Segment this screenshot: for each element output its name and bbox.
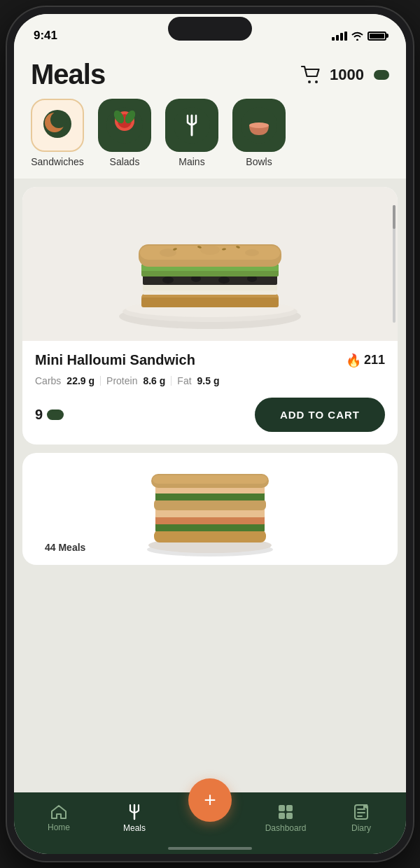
phone-screen: 9:41 <box>14 14 406 854</box>
meals-nav-icon <box>127 804 142 820</box>
svg-point-26 <box>218 276 230 284</box>
phone-frame: 9:41 <box>7 7 413 861</box>
header: Meals 1000 <box>14 48 406 99</box>
points-value-1: 9 <box>35 407 43 423</box>
main-content: Meals 1000 <box>14 48 406 792</box>
cart-icon <box>300 65 323 85</box>
scrollbar-track[interactable] <box>393 205 396 322</box>
fat-label: Fat <box>177 375 191 386</box>
meal-info-1: Mini Halloumi Sandwich 🔥 211 Carbs 22.9 … <box>22 341 398 444</box>
svg-point-15 <box>249 122 269 128</box>
macros-row-1: Carbs 22.9 g Protein 8.6 g Fat 9.5 g <box>35 375 385 386</box>
nav-dashboard-label: Dashboard <box>265 823 307 833</box>
macro-divider-1 <box>100 376 101 386</box>
dynamic-island <box>168 17 252 41</box>
coin-small-1 <box>47 410 64 420</box>
meals-count-badge: 44 Meals <box>35 538 95 556</box>
bowls-label: Bowls <box>246 156 272 167</box>
macro-divider-2 <box>171 376 172 386</box>
carbs-label: Carbs <box>35 375 61 386</box>
meal-title-row-1: Mini Halloumi Sandwich 🔥 211 <box>35 352 385 368</box>
meal-calories-1: 🔥 211 <box>346 353 385 368</box>
protein-value-1: 8.6 g <box>143 375 165 386</box>
nav-home[interactable]: Home <box>21 804 97 832</box>
add-to-cart-button-1[interactable]: ADD TO CART <box>255 398 385 432</box>
signal-icon <box>332 31 347 41</box>
nav-diary-label: Diary <box>351 823 371 833</box>
category-bowls[interactable]: Bowls <box>232 99 286 167</box>
home-indicator <box>168 847 252 850</box>
nav-meals[interactable]: Meals <box>97 804 172 833</box>
meals-count-text: 44 Meals <box>45 542 85 553</box>
fat-value-1: 9.5 g <box>197 375 220 386</box>
mains-icon-bg <box>165 99 218 152</box>
salads-icon-bg <box>98 99 151 152</box>
salad-icon <box>106 107 143 144</box>
salads-label: Salads <box>110 156 140 167</box>
status-icons <box>332 31 386 41</box>
meal-image-1 <box>22 187 398 341</box>
category-sandwiches[interactable]: Sandwiches <box>31 99 84 167</box>
svg-rect-41 <box>154 530 266 542</box>
bottom-nav: Home Meals + <box>14 792 406 854</box>
meal-name-1: Mini Halloumi Sandwich <box>35 352 195 368</box>
status-time: 9:41 <box>34 29 57 43</box>
flame-icon: 🔥 <box>346 353 361 368</box>
svg-rect-22 <box>143 285 277 290</box>
meals-list: Mini Halloumi Sandwich 🔥 211 Carbs 22.9 … <box>14 178 406 792</box>
svg-point-24 <box>162 276 174 284</box>
meal-card-2: 44 Meals <box>22 453 398 565</box>
svg-point-1 <box>315 80 318 83</box>
fab-button[interactable]: + <box>188 778 232 822</box>
points-display-1: 9 <box>35 407 64 423</box>
carbs-value-1: 22.9 g <box>66 375 94 386</box>
sandwich-icon <box>39 110 76 141</box>
sandwiches-label: Sandwiches <box>31 156 84 167</box>
svg-point-34 <box>245 249 259 256</box>
categories: Sandwiches Salads <box>14 99 406 178</box>
svg-point-4 <box>50 111 67 128</box>
battery-icon <box>368 31 386 41</box>
action-row-1: 9 ADD TO CART <box>35 398 385 432</box>
svg-rect-55 <box>279 813 285 819</box>
protein-label: Protein <box>106 375 137 386</box>
wifi-icon <box>351 31 363 41</box>
page-title: Meals <box>31 59 105 90</box>
svg-rect-49 <box>153 475 267 484</box>
header-right: 1000 <box>300 65 389 85</box>
calories-value-1: 211 <box>364 353 385 368</box>
scrollbar-thumb <box>393 205 396 228</box>
svg-point-33 <box>200 245 220 255</box>
category-mains[interactable]: Mains <box>165 99 218 167</box>
svg-rect-45 <box>154 499 266 510</box>
mains-icon <box>174 107 210 144</box>
nav-dashboard[interactable]: Dashboard <box>248 804 323 833</box>
svg-rect-20 <box>141 298 279 307</box>
bowls-icon-bg <box>232 99 286 152</box>
cart-button[interactable] <box>300 65 323 85</box>
cart-points: 1000 <box>330 66 364 84</box>
nav-meals-label: Meals <box>123 823 146 833</box>
category-salads[interactable]: Salads <box>98 99 151 167</box>
svg-point-0 <box>308 80 311 83</box>
bowls-icon <box>241 107 277 144</box>
mains-label: Mains <box>178 156 204 167</box>
meal-card-1: Mini Halloumi Sandwich 🔥 211 Carbs 22.9 … <box>22 187 398 444</box>
halloumi-sandwich-image <box>98 194 322 334</box>
svg-rect-56 <box>286 813 293 819</box>
dashboard-icon <box>277 804 294 820</box>
diary-icon <box>354 804 369 820</box>
nav-diary[interactable]: Diary <box>323 804 399 833</box>
home-icon <box>50 804 67 820</box>
nav-home-label: Home <box>48 822 70 832</box>
svg-rect-53 <box>279 805 285 811</box>
sandwiches-icon-bg <box>31 99 84 152</box>
svg-rect-54 <box>286 805 293 811</box>
club-sandwich-image <box>126 460 294 558</box>
fab-plus-icon: + <box>204 790 216 811</box>
coin-badge <box>374 70 389 80</box>
